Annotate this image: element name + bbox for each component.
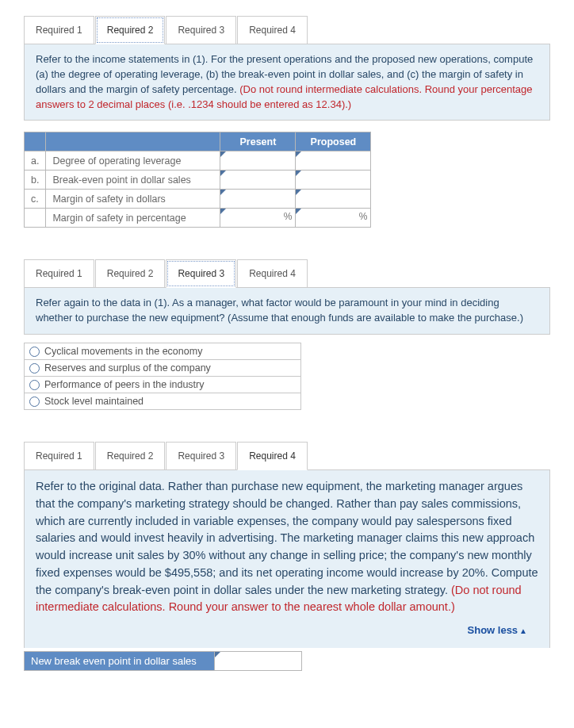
row-key-a: a. (25, 151, 46, 171)
row-desc-c: Margin of safety in dollars (46, 190, 220, 209)
cell-d-present[interactable]: % (220, 209, 296, 228)
prompt-text: Refer to the original data. Rather than … (36, 480, 538, 596)
cell-breakeven[interactable] (215, 651, 302, 670)
option-label: Reserves and surplus of the company (44, 362, 211, 374)
row-desc-d: Margin of safety in percentage (46, 209, 220, 228)
show-less-label: Show less (468, 624, 519, 636)
row-key-c: c. (25, 190, 46, 209)
tabs-req4: Required 1 Required 2 Required 3 Require… (24, 442, 550, 470)
option-row-2[interactable]: Reserves and surplus of the company (24, 360, 301, 377)
input-b-proposed[interactable] (296, 171, 370, 189)
option-label: Performance of peers in the industry (44, 379, 205, 390)
table-req4: New break even point in dollar sales (24, 651, 302, 671)
corner-marker-icon (296, 151, 301, 157)
tab-required-4[interactable]: Required 4 (237, 259, 308, 287)
input-c-present[interactable] (220, 190, 295, 208)
tabs-req3: Required 1 Required 2 Required 3 Require… (24, 259, 550, 288)
input-d-present[interactable] (220, 209, 295, 227)
table-req2: Present Proposed a. Degree of operating … (24, 132, 371, 228)
tab-required-3[interactable]: Required 3 (166, 259, 236, 288)
header-proposed: Proposed (296, 132, 371, 151)
tab-required-1[interactable]: Required 1 (24, 259, 94, 287)
tab-required-1[interactable]: Required 1 (24, 442, 94, 469)
options-req3: Cyclical movements in the economy Reserv… (24, 343, 550, 410)
corner-marker-icon (220, 151, 226, 157)
section-required-3: Required 1 Required 2 Required 3 Require… (24, 259, 550, 410)
input-a-present[interactable] (220, 151, 295, 170)
corner-marker-icon (296, 190, 301, 195)
input-c-proposed[interactable] (296, 190, 370, 208)
tab-required-3[interactable]: Required 3 (166, 442, 236, 469)
header-present: Present (220, 132, 296, 151)
corner-marker-icon (220, 190, 226, 195)
option-label: Cyclical movements in the economy (44, 346, 202, 357)
row-key-d (25, 209, 46, 228)
radio-icon[interactable] (29, 347, 40, 357)
row-key-b: b. (25, 171, 46, 190)
section-required-4: Required 1 Required 2 Required 3 Require… (24, 442, 550, 671)
tab-required-2[interactable]: Required 2 (95, 16, 166, 44)
input-breakeven[interactable] (215, 653, 301, 668)
tab-required-1[interactable]: Required 1 (24, 16, 94, 44)
option-row-3[interactable]: Performance of peers in the industry (24, 377, 301, 393)
table-row: c. Margin of safety in dollars (25, 190, 371, 209)
radio-icon[interactable] (29, 363, 40, 374)
tab-required-4[interactable]: Required 4 (237, 442, 308, 470)
corner-marker-icon (220, 171, 226, 176)
prompt-req3: Refer again to the data in (1). As a man… (24, 288, 550, 335)
row-desc-b: Break-even point in dollar sales (46, 171, 220, 190)
option-label: Stock level maintained (44, 396, 144, 407)
table-row: Margin of safety in percentage % % (25, 209, 371, 228)
tab-required-4[interactable]: Required 4 (237, 16, 308, 44)
prompt-text: Refer again to the data in (1). As a man… (36, 297, 523, 324)
option-row-1[interactable]: Cyclical movements in the economy (24, 343, 301, 360)
row-desc-a: Degree of operating leverage (46, 151, 220, 171)
option-row-4[interactable]: Stock level maintained (24, 393, 301, 410)
show-less-link[interactable]: Show less▲ (36, 616, 538, 645)
tabs-req2: Required 1 Required 2 Required 3 Require… (24, 16, 550, 44)
cell-a-proposed[interactable] (296, 151, 371, 171)
input-d-proposed[interactable] (296, 209, 370, 227)
corner-marker-icon (296, 171, 301, 176)
cell-b-proposed[interactable] (296, 171, 371, 190)
cell-c-proposed[interactable] (296, 190, 371, 209)
input-b-present[interactable] (220, 171, 295, 189)
tab-required-3[interactable]: Required 3 (166, 16, 236, 44)
radio-icon[interactable] (29, 380, 40, 390)
row-label-breakeven: New break even point in dollar sales (25, 651, 215, 670)
header-stub-1 (25, 132, 46, 151)
header-stub-2 (46, 132, 220, 151)
input-a-proposed[interactable] (296, 151, 370, 170)
prompt-req4: Refer to the original data. Rather than … (24, 470, 550, 648)
prompt-req2: Refer to the income statements in (1). F… (24, 44, 550, 121)
table-row: b. Break-even point in dollar sales (25, 171, 371, 190)
tab-required-2[interactable]: Required 2 (95, 442, 166, 469)
section-required-2: Required 1 Required 2 Required 3 Require… (24, 16, 550, 228)
cell-b-present[interactable] (220, 171, 296, 190)
tab-required-2[interactable]: Required 2 (95, 259, 166, 287)
table-row: a. Degree of operating leverage (25, 151, 371, 171)
cell-c-present[interactable] (220, 190, 296, 209)
caret-up-icon: ▲ (519, 626, 527, 635)
radio-icon[interactable] (29, 397, 40, 407)
cell-a-present[interactable] (220, 151, 296, 171)
cell-d-proposed[interactable]: % (296, 209, 371, 228)
corner-marker-icon (215, 652, 220, 657)
corner-marker-icon (296, 209, 301, 214)
corner-marker-icon (220, 209, 226, 214)
